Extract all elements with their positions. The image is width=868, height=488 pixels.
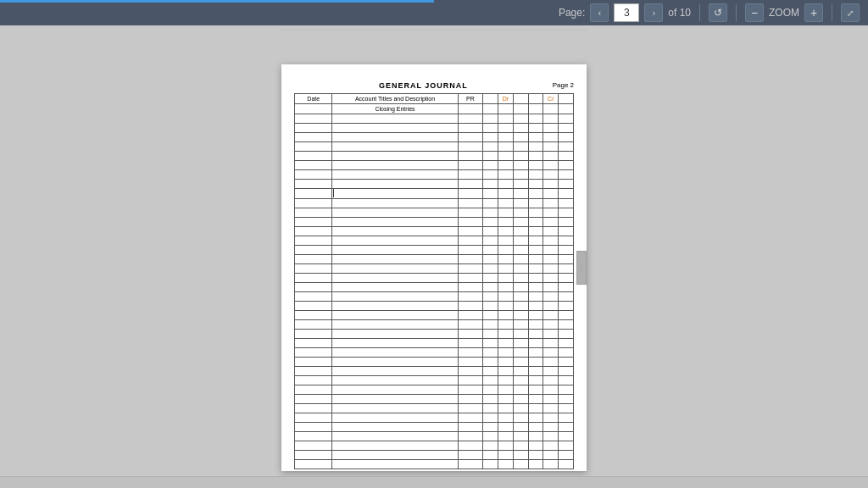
- table-row: [295, 395, 574, 404]
- cell: [528, 218, 543, 227]
- cell: [332, 152, 458, 161]
- cell: [528, 161, 543, 170]
- cell: [559, 180, 574, 189]
- zoom-label: ZOOM: [769, 7, 799, 19]
- cell: [528, 339, 543, 348]
- cell: [295, 441, 332, 451]
- cell: [498, 376, 514, 385]
- cell: [559, 161, 574, 170]
- cell: [528, 246, 543, 255]
- cell: [513, 114, 528, 124]
- cell: [513, 330, 528, 339]
- cell: [513, 133, 528, 142]
- cell: [498, 339, 514, 348]
- cell: [513, 218, 528, 227]
- cell: [498, 274, 514, 283]
- cell: [295, 236, 332, 246]
- cell: [498, 283, 514, 292]
- cell: [528, 460, 543, 469]
- cell: [498, 170, 514, 180]
- cell: [528, 302, 543, 311]
- table-row: [295, 189, 574, 199]
- cell: [498, 395, 514, 404]
- divider-2: [736, 4, 737, 21]
- cell: [498, 404, 514, 413]
- cell: [498, 246, 514, 255]
- cell: [332, 460, 458, 469]
- cell: [295, 104, 332, 114]
- cell: [543, 441, 559, 451]
- resize-handle[interactable]: ⋮: [576, 251, 587, 285]
- cell: [332, 264, 458, 274]
- cell: [332, 302, 458, 311]
- cell: [332, 133, 458, 142]
- cell: [543, 114, 559, 124]
- cell: [483, 133, 498, 142]
- cell: [332, 395, 458, 404]
- cell: [458, 423, 483, 432]
- table-row: [295, 330, 574, 339]
- cell: [543, 208, 559, 218]
- cell: [528, 189, 543, 199]
- cell: [483, 227, 498, 236]
- divider-1: [699, 4, 700, 21]
- cell: [543, 255, 559, 264]
- main-content[interactable]: GENERAL JOURNAL Page 2 Date Account Titl…: [0, 25, 868, 488]
- cell: [528, 236, 543, 246]
- cell: [483, 441, 498, 451]
- table-row: [295, 413, 574, 423]
- table-row: [295, 274, 574, 283]
- table-row: [295, 302, 574, 311]
- cell: [295, 320, 332, 330]
- table-row: [295, 311, 574, 320]
- prev-page-button[interactable]: ‹: [590, 3, 609, 22]
- cell: [543, 404, 559, 413]
- cell: [543, 274, 559, 283]
- table-row: [295, 423, 574, 432]
- cell: [295, 152, 332, 161]
- cell: [528, 152, 543, 161]
- page-number-input[interactable]: [614, 3, 639, 22]
- cell: [483, 161, 498, 170]
- fullscreen-button[interactable]: ⤢: [841, 3, 860, 22]
- cell: [295, 227, 332, 236]
- cell: [332, 236, 458, 246]
- zoom-in-button[interactable]: +: [804, 3, 823, 22]
- cell: [528, 358, 543, 367]
- cell: [483, 302, 498, 311]
- cell: [498, 460, 514, 469]
- cell: [559, 104, 574, 114]
- refresh-button[interactable]: ↺: [709, 3, 727, 22]
- table-row: [295, 208, 574, 218]
- cell: [528, 227, 543, 236]
- cell: [483, 376, 498, 385]
- cell: [458, 311, 483, 320]
- zoom-out-button[interactable]: −: [745, 3, 764, 22]
- total-pages: of 10: [668, 7, 691, 19]
- cell: [513, 441, 528, 451]
- cell: [332, 283, 458, 292]
- bottom-scrollbar[interactable]: [0, 476, 868, 488]
- cell: [528, 432, 543, 441]
- cell: [513, 339, 528, 348]
- cell: [528, 133, 543, 142]
- cell: [483, 199, 498, 208]
- cell: [332, 199, 458, 208]
- cell: [543, 348, 559, 358]
- next-page-button[interactable]: ›: [644, 3, 663, 22]
- cell: [543, 170, 559, 180]
- cell: [543, 395, 559, 404]
- cell: [458, 460, 483, 469]
- table-row: [295, 320, 574, 330]
- cell: [559, 367, 574, 376]
- cell: [498, 423, 514, 432]
- cell: [498, 264, 514, 274]
- cell: [498, 358, 514, 367]
- cell: [295, 358, 332, 367]
- cell: [528, 385, 543, 395]
- cell: [458, 348, 483, 358]
- cell: [543, 339, 559, 348]
- cell: [458, 395, 483, 404]
- cell: [295, 385, 332, 395]
- cell: [543, 367, 559, 376]
